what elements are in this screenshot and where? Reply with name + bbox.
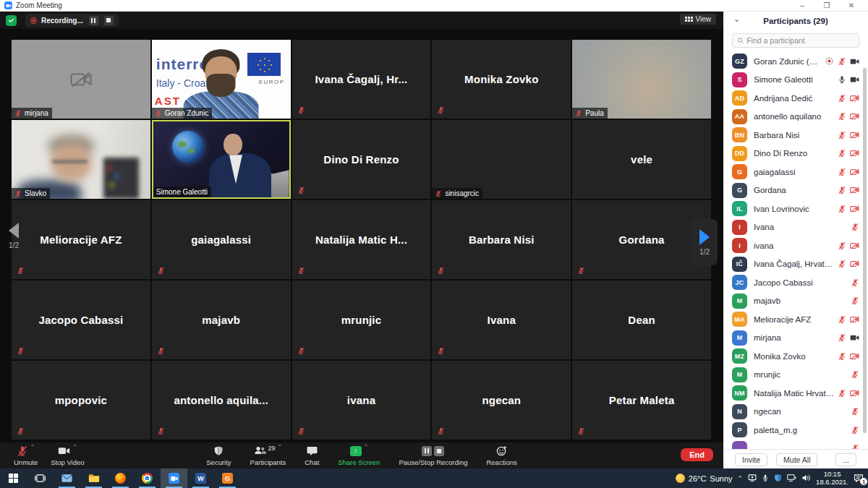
participant-row[interactable]: SSimone Galeotti bbox=[723, 71, 868, 90]
participant-row[interactable]: ILIvan Lovrinovic bbox=[723, 200, 868, 218]
video-tile[interactable]: mrunjic bbox=[292, 281, 431, 359]
video-tile[interactable]: mirjana bbox=[12, 40, 150, 119]
video-tile[interactable]: mpopovic bbox=[12, 361, 150, 440]
video-tile[interactable]: Melioracije AFZ bbox=[12, 200, 150, 279]
tray-expand-chevron[interactable]: ⌃ bbox=[738, 475, 744, 482]
more-options-button[interactable]: ... bbox=[835, 453, 856, 466]
share-options-chevron[interactable]: ⌃ bbox=[364, 444, 369, 450]
participant-row[interactable]: AAantonello aquilano bbox=[723, 108, 868, 127]
participant-row[interactable]: GZGoran Zdunic (Host, me) bbox=[723, 52, 868, 71]
chat-label: Chat bbox=[305, 458, 319, 466]
tray-microphone-icon[interactable] bbox=[762, 472, 769, 485]
audio-options-chevron[interactable]: ⌃ bbox=[30, 444, 35, 450]
panel-scrollbar[interactable] bbox=[863, 68, 867, 433]
tray-volume-icon[interactable] bbox=[801, 472, 811, 485]
video-tile[interactable]: ngecan bbox=[432, 361, 571, 440]
participant-row[interactable]: DDDino Di Renzo bbox=[723, 145, 868, 163]
participant-row[interactable]: Nngecan bbox=[723, 403, 868, 421]
start-button[interactable] bbox=[0, 468, 27, 488]
participant-search[interactable] bbox=[732, 33, 859, 48]
view-button[interactable]: View bbox=[680, 14, 717, 25]
taskbar-zoom[interactable] bbox=[161, 468, 187, 488]
participant-row[interactable]: Ggaiagalassi bbox=[723, 163, 868, 181]
pause-stop-recording-button[interactable]: Pause/Stop Recording bbox=[392, 442, 474, 468]
participant-row[interactable]: MZMonika Zovko bbox=[723, 347, 868, 366]
video-tile[interactable]: ivana bbox=[292, 361, 431, 440]
participant-row[interactable]: Iivana bbox=[723, 236, 868, 255]
action-center-button[interactable]: 1 bbox=[854, 474, 864, 483]
video-tile[interactable]: interregItaly - CroatiaAST EUROP Goran Z… bbox=[152, 40, 291, 119]
muted-mic-icon bbox=[157, 267, 165, 275]
taskbar-file-explorer[interactable] bbox=[80, 468, 107, 488]
participant-row[interactable]: Ppaletta_m.g bbox=[723, 421, 868, 440]
participant-row[interactable]: GGordana bbox=[723, 181, 868, 200]
video-tile[interactable]: Dean bbox=[572, 281, 711, 359]
taskbar-clock[interactable]: 10:15 18.6.2021. bbox=[816, 471, 848, 487]
task-view-button[interactable] bbox=[27, 468, 54, 488]
participant-row[interactable]: Mmirjana bbox=[723, 329, 868, 348]
search-input[interactable] bbox=[746, 36, 854, 45]
tile-participant-name: mirjana bbox=[25, 109, 48, 117]
mute-all-button[interactable]: Mute All bbox=[776, 453, 817, 466]
next-page-button[interactable]: 1/2 bbox=[692, 219, 718, 265]
task-view-icon bbox=[35, 474, 46, 483]
tray-app-icon[interactable] bbox=[748, 472, 757, 485]
participant-row[interactable]: ADAndrijana Dedić bbox=[723, 89, 868, 108]
video-tile[interactable]: Simone Galeotti bbox=[152, 120, 291, 199]
video-tile[interactable]: Ivana Čagalj, Hr... bbox=[292, 40, 431, 119]
participants-button[interactable]: 29⌃ Participants bbox=[244, 442, 293, 468]
video-tile[interactable]: antonello aquila... bbox=[152, 361, 291, 440]
video-tile[interactable]: Gordana bbox=[572, 200, 711, 279]
participant-row[interactable]: IIvana bbox=[723, 218, 868, 237]
participant-row[interactable]: IČIvana Čagalj, Hrvatske vode bbox=[723, 255, 868, 274]
tray-defender-icon[interactable] bbox=[774, 472, 782, 485]
stop-video-button[interactable]: ⌃ Stop Video bbox=[44, 442, 90, 468]
taskbar-g-app[interactable]: G bbox=[214, 468, 241, 488]
share-screen-button[interactable]: ↑⌃ Share Screen bbox=[331, 442, 386, 468]
video-tile[interactable]: Ivana bbox=[432, 281, 571, 359]
participant-row[interactable]: JCJacopo Cabassi bbox=[723, 273, 868, 292]
unmute-button[interactable]: ⌃ Unmute bbox=[7, 442, 44, 468]
taskbar-word[interactable]: W bbox=[187, 468, 214, 488]
taskbar-firefox[interactable] bbox=[107, 468, 134, 488]
video-tile[interactable]: Petar Maleta bbox=[572, 361, 711, 440]
participant-row[interactable]: NMNatalija Matic Hrvatske vode bbox=[723, 384, 868, 403]
video-tile[interactable]: Paula bbox=[572, 40, 711, 119]
video-tile[interactable]: sinisagrcic bbox=[432, 120, 571, 199]
participant-row[interactable]: Mmrunjic bbox=[723, 366, 868, 385]
chat-button[interactable]: Chat bbox=[298, 442, 326, 468]
video-tile[interactable]: Natalija Matic H... bbox=[292, 200, 431, 279]
video-tile[interactable]: gaiagalassi bbox=[152, 200, 291, 279]
video-tile[interactable]: Slavko bbox=[12, 120, 150, 199]
pause-icon[interactable] bbox=[422, 446, 432, 456]
participant-row[interactable]: MAMelioracije AFZ bbox=[723, 310, 868, 329]
taskbar-weather[interactable]: 26°C Sunny bbox=[676, 474, 733, 483]
video-tile[interactable]: Dino Di Renzo bbox=[292, 120, 431, 199]
participants-options-chevron[interactable]: ⌃ bbox=[278, 444, 283, 450]
encryption-shield-icon[interactable] bbox=[6, 15, 17, 26]
security-button[interactable]: Security bbox=[200, 442, 237, 468]
invite-button[interactable]: Invite bbox=[735, 453, 767, 466]
video-options-chevron[interactable]: ⌃ bbox=[72, 444, 77, 450]
reactions-button[interactable]: Reactions bbox=[480, 442, 523, 468]
video-tile[interactable]: vele bbox=[572, 120, 711, 199]
video-tile[interactable]: Jacopo Cabassi bbox=[12, 281, 150, 359]
video-tile[interactable]: Barbara Nisi bbox=[432, 200, 571, 279]
minimize-button[interactable]: – bbox=[790, 0, 814, 11]
participant-row[interactable]: Mmajavb bbox=[723, 292, 868, 311]
panel-collapse-chevron[interactable]: ⌄ bbox=[733, 14, 740, 24]
maximize-button[interactable]: ❐ bbox=[814, 0, 839, 11]
video-tile[interactable]: Monika Zovko bbox=[432, 40, 571, 119]
tray-network-icon[interactable] bbox=[787, 472, 796, 485]
end-meeting-button[interactable]: End bbox=[681, 448, 713, 461]
taskbar-mail-app[interactable] bbox=[54, 468, 80, 488]
participant-row[interactable]: BNBarbara Nisi bbox=[723, 126, 868, 145]
taskbar-chrome[interactable] bbox=[134, 468, 161, 488]
stop-recording-button[interactable] bbox=[104, 16, 114, 25]
video-tile[interactable]: majavb bbox=[152, 281, 291, 359]
close-button[interactable]: ✕ bbox=[839, 0, 864, 11]
previous-page-button[interactable]: 1/2 bbox=[3, 223, 25, 249]
stop-icon[interactable] bbox=[434, 446, 444, 456]
pause-recording-button[interactable] bbox=[89, 16, 98, 25]
participant-row[interactable] bbox=[723, 440, 868, 450]
